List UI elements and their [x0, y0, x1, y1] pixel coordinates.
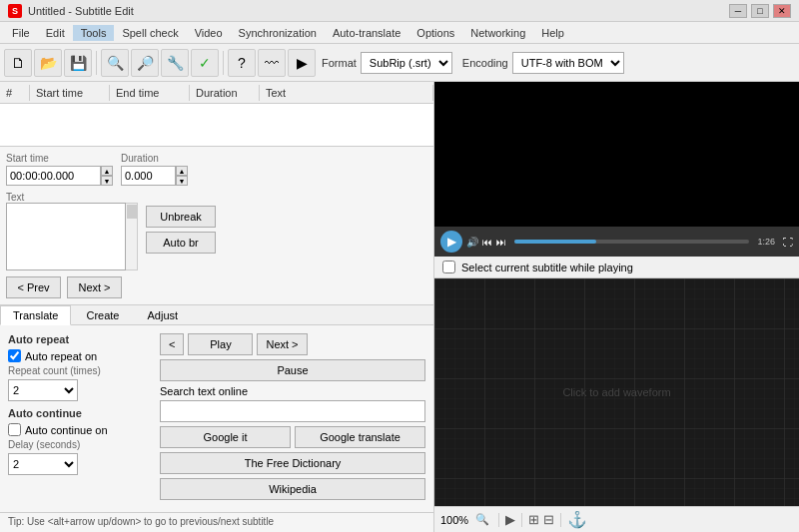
menu-bar: File Edit Tools Spell check Video Synchr…: [0, 22, 799, 44]
table-body[interactable]: [0, 104, 433, 146]
waveform-grid-toggle[interactable]: ⊞: [528, 512, 539, 527]
video-area: ▶ 🔊 ⏮ ⏭ 1:26 ⛶: [434, 82, 799, 257]
anchor-icon[interactable]: ⚓: [567, 510, 587, 529]
find-replace-button[interactable]: 🔎: [131, 49, 159, 77]
waveform-area[interactable]: Click to add waveform: [434, 278, 799, 506]
auto-continue-on-label: Auto continue on: [25, 424, 108, 436]
edit-area: Start time ▲ ▼ Duration ▲: [0, 146, 433, 304]
tab-create[interactable]: Create: [73, 305, 132, 324]
tab-adjust[interactable]: Adjust: [134, 305, 191, 324]
menu-tools[interactable]: Tools: [73, 25, 115, 41]
translate-tab-content: Auto repeat Auto repeat on Repeat count …: [0, 325, 433, 512]
delay-row: Delay (seconds) 2: [8, 439, 148, 475]
menu-options[interactable]: Options: [408, 25, 462, 41]
svg-rect-1: [434, 278, 799, 506]
delay-label: Delay (seconds): [8, 439, 148, 450]
zoom-out-button[interactable]: 🔍: [472, 512, 492, 527]
right-panel: ▶ 🔊 ⏮ ⏭ 1:26 ⛶ Select current subtitle w…: [434, 82, 799, 532]
wikipedia-button[interactable]: Wikipedia: [160, 478, 425, 500]
autobinit-button[interactable]: Auto br: [146, 232, 216, 254]
menu-spellcheck[interactable]: Spell check: [114, 25, 186, 41]
frame-back-button[interactable]: ⏭: [496, 237, 506, 248]
menu-file[interactable]: File: [4, 25, 38, 41]
play-row: < Play Next >: [160, 333, 425, 355]
select-subtitle-checkbox[interactable]: [442, 261, 455, 273]
minimize-button[interactable]: ─: [729, 4, 747, 18]
open-button[interactable]: 📂: [34, 49, 62, 77]
encoding-label: Encoding: [462, 57, 508, 69]
col-duration: Duration: [190, 85, 260, 101]
video-display[interactable]: [434, 82, 799, 227]
stop-button[interactable]: ⏮: [482, 237, 492, 248]
auto-continue-on-row: Auto continue on: [8, 423, 148, 436]
start-time-down[interactable]: ▼: [101, 176, 113, 186]
repeat-count-select[interactable]: 2: [8, 379, 78, 401]
free-dictionary-button[interactable]: The Free Dictionary: [160, 452, 425, 474]
save-button[interactable]: 💾: [64, 49, 92, 77]
menu-edit[interactable]: Edit: [38, 25, 73, 41]
start-time-field: Start time ▲ ▼: [6, 153, 113, 186]
menu-sync[interactable]: Synchronization: [231, 25, 325, 41]
search-online-input[interactable]: [160, 400, 425, 422]
fullscreen-button[interactable]: ⛶: [783, 237, 793, 248]
waveform-toolbar: 100% 🔍 ▶ ⊞ ⊟ ⚓: [434, 506, 799, 532]
start-time-input[interactable]: [6, 166, 101, 186]
video-play-button[interactable]: ▶: [440, 231, 462, 253]
google-it-button[interactable]: Google it: [160, 426, 291, 448]
format-select[interactable]: SubRip (.srt): [361, 52, 452, 74]
duration-down[interactable]: ▼: [176, 176, 188, 186]
auto-repeat-on-row: Auto repeat on: [8, 349, 148, 362]
auto-continue-on-checkbox[interactable]: [8, 423, 21, 436]
volume-icon[interactable]: 🔊: [466, 237, 478, 248]
auto-repeat-on-label: Auto repeat on: [25, 350, 97, 362]
start-time-up[interactable]: ▲: [101, 166, 113, 176]
edit-row1: Start time ▲ ▼ Duration ▲: [6, 153, 427, 186]
find-button[interactable]: 🔍: [101, 49, 129, 77]
subtitle-textarea[interactable]: [6, 203, 126, 270]
toolbar: 🗋 📂 💾 🔍 🔎 🔧 ✓ ? 〰 ▶ Format SubRip (.srt)…: [0, 44, 799, 82]
auto-repeat-on-checkbox[interactable]: [8, 349, 21, 362]
start-time-spin: ▲ ▼: [101, 166, 113, 186]
left-panel: # Start time End time Duration Text Star…: [0, 82, 434, 532]
menu-help[interactable]: Help: [533, 25, 572, 41]
waveform-grid-svg: [434, 278, 799, 506]
fix-button[interactable]: 🔧: [161, 49, 189, 77]
subtitle-check-row: Select current subtitle while playing: [434, 257, 799, 278]
menu-networking[interactable]: Networking: [462, 25, 533, 41]
pause-button[interactable]: Pause: [160, 359, 425, 381]
tip-bar: Tip: Use <alt+arrow up/down> to go to pr…: [0, 512, 433, 532]
duration-up[interactable]: ▲: [176, 166, 188, 176]
menu-autotranslate[interactable]: Auto-translate: [325, 25, 408, 41]
google-translate-button[interactable]: Google translate: [295, 426, 425, 448]
encoding-select[interactable]: UTF-8 with BOM: [512, 52, 624, 74]
check-button[interactable]: ✓: [191, 49, 219, 77]
text-label: Text: [6, 192, 138, 203]
video-tb-button[interactable]: ▶: [288, 49, 316, 77]
unbreak-button[interactable]: Unbreak: [146, 206, 216, 228]
play-button[interactable]: Play: [188, 333, 253, 355]
next-button[interactable]: Next >: [67, 276, 122, 298]
bottom-panel: Translate Create Adjust Auto repeat Auto…: [0, 304, 433, 532]
duration-input[interactable]: [121, 166, 176, 186]
duration-label: Duration: [121, 153, 188, 164]
menu-video[interactable]: Video: [187, 25, 231, 41]
help-tb-button[interactable]: ?: [228, 49, 256, 77]
next-play-button[interactable]: Next >: [257, 333, 307, 355]
close-button[interactable]: ✕: [773, 4, 791, 18]
maximize-button[interactable]: □: [751, 4, 769, 18]
search-row: Google it Google translate: [160, 426, 425, 448]
play-waveform-button[interactable]: ▶: [505, 512, 515, 527]
back-button[interactable]: <: [160, 333, 184, 355]
waveform-settings[interactable]: ⊟: [543, 512, 554, 527]
video-progress[interactable]: [514, 240, 749, 244]
delay-select[interactable]: 2: [8, 453, 78, 475]
translate-layout: Auto repeat Auto repeat on Repeat count …: [8, 333, 425, 504]
tip-text: Tip: Use <alt+arrow up/down> to go to pr…: [8, 516, 274, 527]
auto-continue-title: Auto continue: [8, 407, 148, 419]
zoom-value: 100%: [440, 514, 468, 526]
video-progress-fill: [514, 240, 596, 244]
waveform-button[interactable]: 〰: [258, 49, 286, 77]
new-button[interactable]: 🗋: [4, 49, 32, 77]
prev-button[interactable]: < Prev: [6, 276, 61, 298]
tab-translate[interactable]: Translate: [0, 305, 71, 325]
